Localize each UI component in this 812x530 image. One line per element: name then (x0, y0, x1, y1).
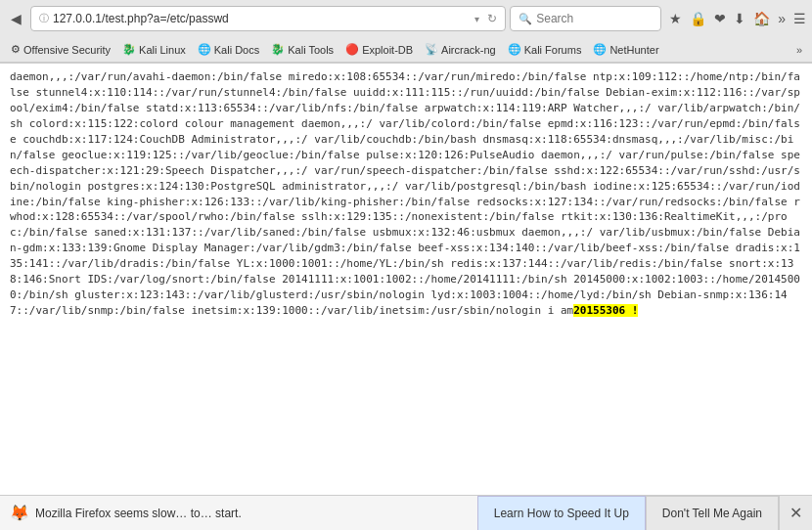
firefox-slow-message: 🦊 Mozilla Firefox seems slow… to… start. (0, 504, 477, 522)
bookmark-label: Offensive Security (23, 44, 111, 56)
bookmark-kali-tools[interactable]: 🐉 Kali Tools (266, 41, 338, 58)
bookmark-icon: ⚙ (11, 43, 21, 56)
pocket-icon[interactable]: ❤ (714, 11, 726, 26)
search-bar[interactable]: 🔍 (510, 6, 661, 31)
address-bar: ⓘ 127.0.0.1/test.php?a=/etc/passwd ▾ ↻ (30, 6, 506, 31)
browser-chrome: ◀ ⓘ 127.0.0.1/test.php?a=/etc/passwd ▾ ↻… (0, 0, 812, 64)
search-icon: 🔍 (519, 13, 532, 25)
menu-icon[interactable]: ☰ (793, 11, 806, 26)
page-content: daemon,,,:/var/run/avahi-daemon:/bin/fal… (0, 64, 812, 496)
bookmark-label: Kali Tools (288, 44, 334, 56)
more-icons-btn[interactable]: » (778, 11, 786, 26)
bookmark-icon: 🌐 (198, 43, 211, 56)
bookmarks-bar: ⚙ Offensive Security 🐉 Kali Linux 🌐 Kali… (0, 37, 812, 63)
bookmark-kali-forums[interactable]: 🌐 Kali Forums (503, 41, 587, 58)
bookmark-icon: 📡 (425, 43, 438, 56)
firefox-icon: 🦊 (10, 504, 29, 522)
download-icon[interactable]: ⬇ (734, 11, 745, 26)
bookmark-label: Aircrack-ng (441, 44, 496, 56)
bookmark-label: Kali Docs (214, 44, 259, 56)
url-text: 127.0.0.1/test.php?a=/etc/passwd (53, 12, 471, 25)
bookmark-icon: 🔴 (345, 43, 359, 56)
status-bar: 🦊 Mozilla Firefox seems slow… to… start.… (0, 495, 812, 530)
bookmark-aircrack-ng[interactable]: 📡 Aircrack-ng (420, 41, 501, 58)
url-dropdown-icon[interactable]: ▾ (474, 14, 479, 24)
toolbar-icons: ★ 🔒 ❤ ⬇ 🏠 » ☰ (669, 11, 806, 26)
back-button[interactable]: ◀ (6, 9, 26, 28)
firefox-slow-text: Mozilla Firefox seems slow… to… start. (35, 507, 242, 520)
bookmark-kali-docs[interactable]: 🌐 Kali Docs (193, 41, 264, 58)
bookmark-label: NetHunter (609, 44, 658, 56)
info-icon: ⓘ (39, 12, 49, 25)
dont-tell-again-button[interactable]: Don't Tell Me Again (646, 496, 779, 531)
bookmark-label: Kali Linux (139, 44, 186, 56)
close-notification-button[interactable]: ✕ (779, 496, 812, 531)
bookmark-nethunter[interactable]: 🌐 NetHunter (588, 41, 663, 58)
page-text: daemon,,,:/var/run/avahi-daemon:/bin/fal… (10, 70, 800, 317)
nav-bar: ◀ ⓘ 127.0.0.1/test.php?a=/etc/passwd ▾ ↻… (0, 0, 812, 37)
bookmarks-overflow-btn[interactable]: » (792, 42, 806, 58)
highlighted-text: 20155306 ! (573, 304, 638, 317)
search-input[interactable] (536, 12, 653, 25)
bookmark-icon: 🐉 (271, 43, 285, 56)
learn-speed-button[interactable]: Learn How to Speed It Up (477, 496, 646, 531)
sync-icon[interactable]: 🔒 (690, 11, 706, 26)
bookmark-label: Kali Forums (524, 44, 582, 56)
refresh-button[interactable]: ↻ (487, 12, 497, 25)
home-icon[interactable]: 🏠 (753, 11, 770, 26)
bookmark-label: Exploit-DB (362, 44, 413, 56)
bookmark-icon: 🐉 (122, 43, 136, 56)
bookmark-exploit-db[interactable]: 🔴 Exploit-DB (340, 41, 418, 58)
bookmark-offensive-security[interactable]: ⚙ Offensive Security (6, 41, 115, 58)
bookmark-icon: 🌐 (508, 43, 521, 56)
bookmark-icon: 🌐 (593, 43, 607, 56)
bookmark-kali-linux[interactable]: 🐉 Kali Linux (117, 41, 191, 58)
bookmark-star-icon[interactable]: ★ (669, 11, 682, 26)
status-action-buttons: Learn How to Speed It Up Don't Tell Me A… (477, 496, 812, 531)
